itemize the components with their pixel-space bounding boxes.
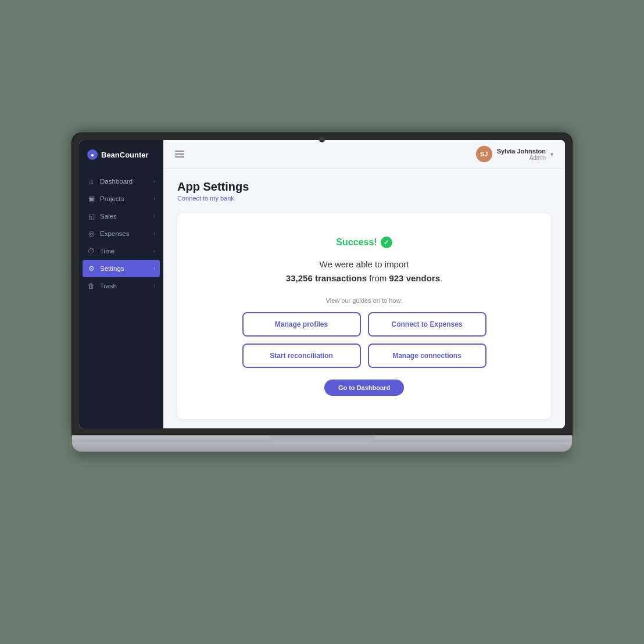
topbar-left — [175, 151, 184, 158]
manage-connections-button[interactable]: Manage connections — [368, 344, 486, 368]
sidebar-label-projects: Projects — [100, 195, 124, 202]
vendors-prefix: from — [369, 273, 387, 283]
sidebar-item-settings[interactable]: ⚙ Settings › — [83, 260, 160, 277]
logo-icon: ● — [87, 149, 98, 160]
page-subtitle: Connect to my bank — [177, 195, 551, 202]
chevron-icon: › — [153, 178, 155, 184]
chevron-icon: › — [153, 283, 155, 289]
laptop-feet — [72, 442, 572, 452]
sidebar-label-settings: Settings — [100, 265, 124, 272]
user-role: Admin — [497, 155, 546, 161]
laptop-base — [72, 435, 572, 452]
page-header: App Settings Connect to my bank — [177, 180, 551, 202]
menu-button[interactable] — [175, 151, 184, 158]
sidebar-item-projects[interactable]: ▣ Projects › — [79, 190, 163, 207]
go-to-dashboard-button[interactable]: Go to Dashboard — [324, 380, 404, 396]
user-info: Sylvia Johnston Admin — [497, 148, 546, 161]
projects-icon: ▣ — [87, 195, 95, 203]
app-window: ● BeanCounter ⌂ Dashboard › ▣ P — [79, 140, 565, 428]
transactions-count: 33,256 transactions — [286, 273, 367, 283]
success-text: Success! — [336, 237, 377, 248]
import-line1: We were able to import — [320, 259, 409, 269]
sidebar-item-sales[interactable]: ◱ Sales › — [79, 207, 163, 225]
manage-profiles-button[interactable]: Manage profiles — [242, 312, 361, 337]
sidebar-item-expenses[interactable]: ◎ Expenses › — [79, 225, 163, 242]
sidebar-item-time[interactable]: ⏱ Time › — [79, 242, 163, 260]
app-logo: ● BeanCounter — [79, 140, 163, 169]
sidebar-label-dashboard: Dashboard — [100, 178, 133, 185]
chevron-icon: › — [153, 248, 155, 254]
page-title: App Settings — [177, 180, 551, 194]
app-name: BeanCounter — [101, 151, 149, 159]
import-description: We were able to import 33,256 transactio… — [195, 257, 534, 285]
success-card: Success! ✓ We were able to import 33,256… — [177, 213, 551, 419]
avatar: SJ — [476, 146, 492, 162]
success-label: Success! ✓ — [195, 237, 534, 248]
success-check-icon: ✓ — [381, 237, 392, 248]
guide-label: View our guides on to how: — [195, 297, 534, 304]
vendors-suffix: . — [440, 273, 442, 283]
sidebar-label-time: Time — [100, 248, 115, 255]
chevron-icon: › — [153, 213, 155, 219]
sidebar-item-dashboard[interactable]: ⌂ Dashboard › — [79, 173, 163, 190]
sidebar-label-expenses: Expenses — [100, 230, 130, 237]
chevron-icon: › — [153, 231, 155, 237]
chevron-down-icon[interactable]: ▾ — [550, 151, 553, 158]
sidebar-nav: ⌂ Dashboard › ▣ Projects › — [79, 169, 163, 428]
expenses-icon: ◎ — [87, 230, 95, 238]
sidebar-label-trash: Trash — [100, 282, 117, 289]
laptop-hinge — [270, 435, 374, 442]
sidebar-label-sales: Sales — [100, 213, 117, 220]
sidebar-item-trash[interactable]: 🗑 Trash › — [79, 277, 163, 295]
laptop-container: ● BeanCounter ⌂ Dashboard › ▣ P — [72, 133, 572, 493]
chevron-right-icon: › — [153, 266, 155, 271]
start-reconciliation-button[interactable]: Start reconciliation — [242, 344, 361, 368]
main-content: SJ Sylvia Johnston Admin ▾ App Settings … — [163, 140, 565, 428]
chevron-icon: › — [153, 196, 155, 202]
sales-icon: ◱ — [87, 212, 95, 220]
page-content: App Settings Connect to my bank Success!… — [163, 169, 565, 428]
sidebar: ● BeanCounter ⌂ Dashboard › ▣ P — [79, 140, 163, 428]
laptop-screen: ● BeanCounter ⌂ Dashboard › ▣ P — [72, 133, 572, 435]
guide-buttons: Manage profiles Connect to Expenses Star… — [242, 312, 486, 368]
connect-expenses-button[interactable]: Connect to Expenses — [368, 312, 486, 337]
dashboard-icon: ⌂ — [87, 177, 95, 185]
vendors-count: 923 vendors — [389, 273, 440, 283]
topbar-right: SJ Sylvia Johnston Admin ▾ — [476, 146, 553, 162]
topbar: SJ Sylvia Johnston Admin ▾ — [163, 140, 565, 169]
user-name: Sylvia Johnston — [497, 148, 546, 155]
trash-icon: 🗑 — [87, 282, 95, 290]
settings-icon: ⚙ — [87, 264, 95, 273]
time-icon: ⏱ — [87, 247, 95, 255]
